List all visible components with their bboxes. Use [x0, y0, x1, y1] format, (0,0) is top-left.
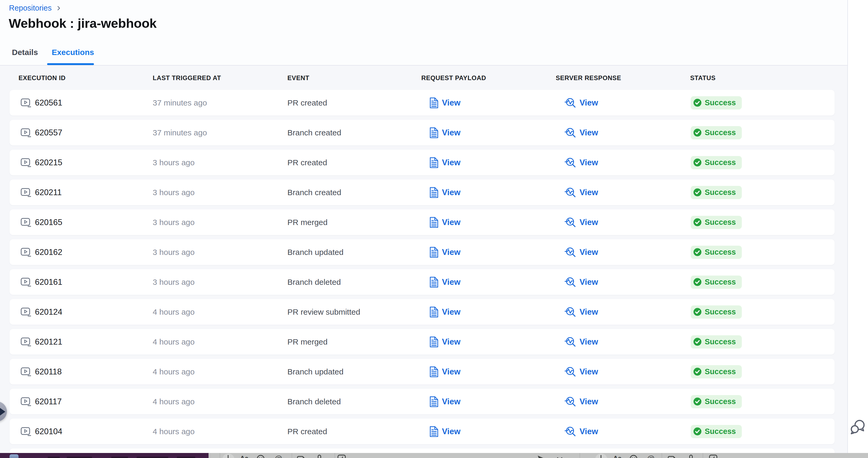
- server-response-view-link[interactable]: View: [564, 306, 598, 318]
- send-icon[interactable]: [537, 454, 546, 458]
- view-link-label: View: [580, 337, 598, 347]
- execution-id: 620162: [35, 248, 62, 257]
- emoji-icon[interactable]: [256, 454, 266, 458]
- request-payload-view-link[interactable]: View: [430, 97, 461, 109]
- request-payload-view-link[interactable]: View: [430, 157, 461, 168]
- server-response-view-link[interactable]: View: [564, 217, 598, 228]
- tab-executions[interactable]: Executions: [52, 47, 94, 57]
- pulse-search-icon: [564, 336, 576, 348]
- server-response-view-link[interactable]: View: [564, 396, 598, 407]
- last-triggered-at: 4 hours ago: [153, 307, 194, 317]
- view-link-label: View: [442, 158, 461, 167]
- execution-icon: [21, 397, 31, 406]
- cutoff-text: [48, 457, 60, 458]
- column-header-event: EVENT: [287, 74, 309, 82]
- table-row: 620557 37 minutes ago Branch created Vie…: [9, 120, 835, 145]
- view-link-label: View: [442, 397, 461, 406]
- request-payload-view-link[interactable]: View: [430, 217, 461, 228]
- status-label: Success: [705, 397, 736, 406]
- request-payload-view-link[interactable]: View: [430, 247, 461, 258]
- event-label: PR merged: [287, 337, 328, 347]
- text-style-icon[interactable]: Aa: [239, 454, 249, 458]
- mic-icon[interactable]: [686, 454, 696, 458]
- pulse-search-icon: [564, 306, 576, 318]
- request-payload-view-link[interactable]: View: [430, 426, 461, 437]
- view-link-label: View: [442, 128, 461, 137]
- status-badge: Success: [691, 425, 742, 438]
- check-circle-icon: [693, 367, 702, 376]
- execution-id: 620161: [35, 277, 62, 287]
- server-response-view-link[interactable]: View: [564, 97, 598, 109]
- execution-icon: [21, 188, 31, 197]
- slash-shortcut-icon[interactable]: [337, 454, 346, 458]
- plus-icon[interactable]: [223, 454, 233, 458]
- emoji-icon[interactable]: [629, 454, 638, 458]
- right-gutter-panel: [847, 0, 868, 458]
- tab-bar: Details Executions: [12, 47, 94, 57]
- table-row: 620117 4 hours ago Branch deleted View V…: [9, 389, 835, 414]
- event-label: PR merged: [287, 218, 328, 227]
- divider: [220, 453, 220, 458]
- execution-id: 620557: [35, 128, 62, 137]
- server-response-view-link[interactable]: View: [564, 426, 598, 437]
- view-link-label: View: [442, 367, 461, 377]
- execution-icon: [21, 367, 31, 376]
- request-payload-view-link[interactable]: View: [430, 396, 461, 407]
- server-response-view-link[interactable]: View: [564, 336, 598, 348]
- event-label: Branch created: [287, 188, 341, 197]
- view-link-label: View: [442, 218, 461, 227]
- avatar: [9, 454, 19, 458]
- document-icon: [430, 97, 438, 109]
- server-response-view-link[interactable]: View: [564, 247, 598, 258]
- slash-shortcut-icon[interactable]: [708, 454, 718, 458]
- server-response-view-link[interactable]: View: [564, 157, 598, 168]
- last-triggered-at: 3 hours ago: [153, 188, 194, 197]
- status-badge: Success: [691, 216, 742, 229]
- status-badge: Success: [691, 96, 742, 109]
- status-label: Success: [705, 307, 736, 316]
- cutoff-text: [67, 457, 92, 458]
- status-badge: Success: [691, 156, 742, 169]
- divider: [661, 453, 662, 458]
- text-style-icon[interactable]: Aa: [612, 454, 622, 458]
- execution-id-cell: 620121: [21, 337, 62, 347]
- execution-id: 620165: [35, 218, 62, 227]
- pulse-search-icon: [564, 97, 576, 109]
- clip-icon[interactable]: [297, 454, 306, 458]
- last-triggered-at: 4 hours ago: [153, 367, 194, 376]
- view-link-label: View: [442, 98, 461, 108]
- column-header-status: STATUS: [690, 74, 716, 82]
- document-icon: [430, 187, 438, 198]
- last-triggered-at: 37 minutes ago: [153, 128, 207, 137]
- plus-icon[interactable]: [596, 454, 606, 458]
- status-label: Success: [705, 367, 736, 376]
- mention-icon[interactable]: @: [274, 454, 283, 458]
- breadcrumb: Repositories: [9, 4, 62, 12]
- pulse-search-icon: [564, 157, 576, 168]
- server-response-view-link[interactable]: View: [564, 127, 598, 138]
- request-payload-view-link[interactable]: View: [430, 336, 461, 348]
- server-response-view-link[interactable]: View: [564, 187, 598, 198]
- request-payload-view-link[interactable]: View: [430, 306, 461, 318]
- table-row: 620215 3 hours ago PR created View View: [9, 150, 835, 175]
- executions-table: 620561 37 minutes ago PR created View Vi…: [9, 90, 835, 458]
- status-label: Success: [705, 277, 736, 286]
- tab-details[interactable]: Details: [12, 47, 38, 57]
- clip-icon[interactable]: [667, 454, 677, 458]
- pulse-search-icon: [564, 426, 576, 437]
- server-response-view-link[interactable]: View: [564, 366, 598, 378]
- request-payload-view-link[interactable]: View: [430, 187, 461, 198]
- mention-icon[interactable]: @: [646, 454, 655, 458]
- divider: [703, 453, 703, 458]
- check-circle-icon: [693, 427, 702, 435]
- check-circle-icon: [693, 188, 702, 196]
- table-row: 620165 3 hours ago PR merged View View: [9, 209, 835, 235]
- chevron-down-icon[interactable]: [555, 454, 564, 458]
- request-payload-view-link[interactable]: View: [430, 276, 461, 288]
- request-payload-view-link[interactable]: View: [430, 127, 461, 138]
- chat-bubbles-icon[interactable]: [850, 418, 866, 435]
- breadcrumb-link-repositories[interactable]: Repositories: [9, 4, 52, 12]
- request-payload-view-link[interactable]: View: [430, 366, 461, 378]
- mic-icon[interactable]: [315, 454, 324, 458]
- server-response-view-link[interactable]: View: [564, 276, 598, 288]
